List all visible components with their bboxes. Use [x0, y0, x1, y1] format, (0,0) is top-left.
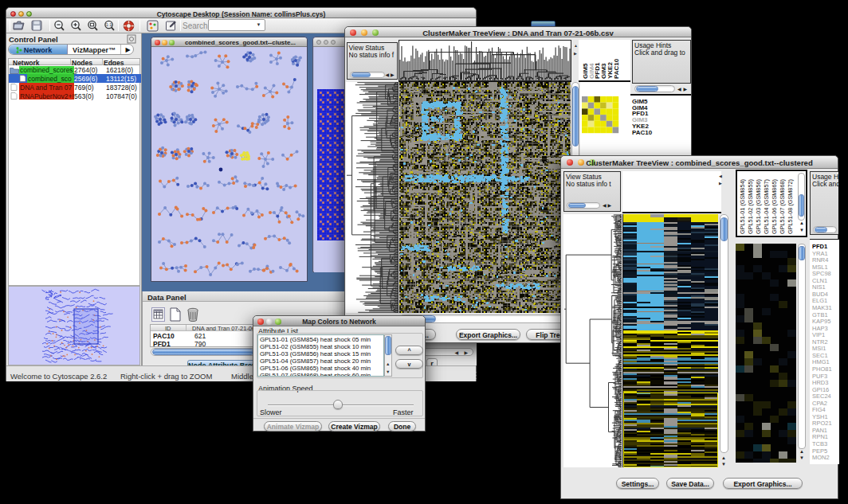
svg-text:1:1: 1:1 [106, 22, 112, 27]
svg-text:GPL51-04 (GSM857): GPL51-04 (GSM857) [763, 179, 770, 234]
svg-text:GPL51-08 (GSM872): GPL51-08 (GSM872) [787, 179, 794, 234]
svg-text:GPL51-03 (GSM856): GPL51-03 (GSM856) [755, 179, 762, 234]
svg-text:GPL51-06 (GSM865): GPL51-06 (GSM865) [771, 179, 778, 234]
svg-text:GPL51-02 (GSM855): GPL51-02 (GSM855) [747, 179, 754, 234]
svg-text:PAC10: PAC10 [613, 58, 620, 79]
svg-text:GPL51-01 (GSM854): GPL51-01 (GSM854) [739, 179, 746, 234]
svg-text:GPL51-07 (GSM868): GPL51-07 (GSM868) [779, 179, 786, 234]
